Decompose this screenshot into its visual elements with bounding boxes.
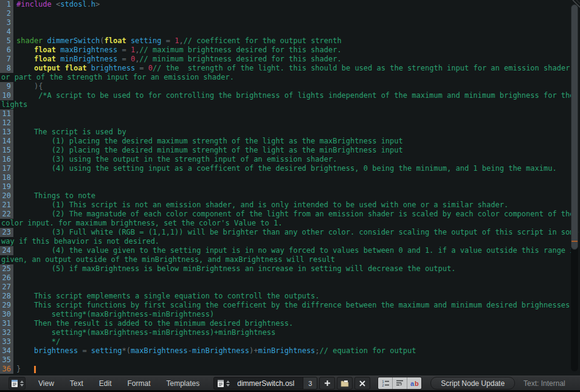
code-line[interactable]: 6 float maxBrightness = 1,// maximum bri…	[0, 46, 580, 55]
unlink-text-button[interactable]	[354, 377, 370, 390]
code-text	[13, 119, 16, 128]
code-line[interactable]: 33 */	[0, 337, 580, 346]
code-text: float maxBrightness = 1,// maximum brigh…	[13, 46, 342, 55]
text-editor-header: View Text Edit Format Templates dimmerSw…	[0, 376, 580, 390]
code-text: (2) placing the desired minimum strenght…	[13, 146, 403, 155]
code-rows: 1#include <stdosl.h>2345shader dimmerSwi…	[0, 0, 580, 374]
code-text	[13, 273, 16, 283]
line-number: 36	[0, 365, 13, 374]
line-number: 27	[0, 283, 13, 292]
users-count-button[interactable]: 3	[303, 377, 317, 389]
line-number: 30	[0, 310, 13, 319]
word-wrap-toggle[interactable]	[393, 377, 407, 389]
menu-text[interactable]: Text	[62, 379, 91, 388]
line-number: 5	[0, 36, 13, 46]
code-text: #include <stdosl.h>	[13, 0, 100, 9]
code-line[interactable]: 26	[0, 273, 580, 283]
code-line[interactable]: 22 (2) The magnatude of each color compo…	[0, 210, 580, 219]
code-line[interactable]: 1#include <stdosl.h>	[0, 0, 580, 9]
text-datablock-selector: dimmerSwitch.osl 3	[213, 377, 317, 390]
code-text: */	[13, 337, 60, 346]
code-line[interactable]: 3	[0, 18, 580, 27]
line-numbers-toggle[interactable]: 1 2	[378, 377, 393, 389]
line-number: 4	[0, 27, 13, 36]
text-name-field[interactable]: dimmerSwitch.osl	[231, 379, 303, 388]
code-line[interactable]: 28 This script emplements a single equat…	[0, 292, 580, 301]
code-text	[13, 9, 16, 18]
code-line[interactable]: 14 (1) placing the desired maximum stren…	[0, 137, 580, 146]
datablock-browse-button[interactable]	[215, 377, 231, 389]
chevron-up-down-icon	[20, 380, 24, 387]
code-text: float minBrightness = 0,// minimum brigh…	[13, 55, 342, 64]
code-line[interactable]: 10 /*A script to be used to for controll…	[0, 91, 580, 100]
code-text: (3) Full white (RGB = (1,1,1)) will be b…	[13, 228, 579, 237]
code-line[interactable]: 18	[0, 173, 580, 182]
code-line[interactable]: given, an output outside of the minBrigh…	[0, 255, 580, 264]
line-number: 10	[0, 91, 13, 100]
code-text: lights	[0, 100, 27, 109]
code-line[interactable]: color input. for maximum brightness, set…	[0, 219, 580, 228]
new-text-button[interactable]	[319, 377, 335, 390]
code-line[interactable]: 17 (4) using the setting input as a coef…	[0, 164, 580, 173]
code-text: (4) the value given to the setting input…	[13, 246, 579, 255]
code-line[interactable]: 30 setting*(maxBrightness-minBrightness)	[0, 310, 580, 319]
menu-view[interactable]: View	[30, 379, 62, 388]
code-line[interactable]: 32 setting*(maxBrightness-minBrightness)…	[0, 328, 580, 337]
svg-text:2: 2	[382, 383, 384, 387]
open-text-button[interactable]	[337, 377, 353, 390]
code-line[interactable]: 20 Things to note	[0, 191, 580, 201]
code-line[interactable]: 19	[0, 182, 580, 191]
script-node-update-button[interactable]: Script Node Update	[430, 377, 515, 390]
code-line[interactable]: 36}	[0, 365, 580, 374]
code-line[interactable]: 5shader dimmerSwitch(float setting = 1,/…	[0, 36, 580, 46]
code-line[interactable]: 21 (1) This script is not an emission sh…	[0, 201, 580, 210]
editor-scrollbar[interactable]	[571, 4, 578, 371]
line-number: 29	[0, 301, 13, 310]
scrollbar-thumb[interactable]	[571, 4, 578, 250]
code-text: shader dimmerSwitch(float setting = 1,//…	[13, 36, 342, 46]
code-line[interactable]: 25 (5) if maxBrightness is below minBrig…	[0, 264, 580, 273]
code-text: brightness = setting*(maxBrightness-minB…	[13, 346, 416, 356]
line-number: 15	[0, 146, 13, 155]
code-line[interactable]: 29 This script functions by first scalin…	[0, 301, 580, 310]
code-line[interactable]: 15 (2) placing the desired minimum stren…	[0, 146, 580, 155]
text-editor-area[interactable]: 1#include <stdosl.h>2345shader dimmerSwi…	[0, 0, 580, 376]
code-line[interactable]: 2	[0, 9, 580, 18]
code-line[interactable]: 16 (3) using the output in the strength …	[0, 155, 580, 164]
code-line[interactable]: 4	[0, 27, 580, 36]
code-line[interactable]: way if this behavior is not desired.	[0, 237, 580, 246]
code-line[interactable]: 9 ){	[0, 82, 580, 91]
code-line[interactable]: 12	[0, 119, 580, 128]
line-number: 25	[0, 264, 13, 273]
code-line[interactable]: 13 The script is used by	[0, 128, 580, 137]
menu-format[interactable]: Format	[120, 379, 159, 388]
datablock-browse-icon	[216, 379, 225, 388]
menu-templates[interactable]: Templates	[159, 379, 208, 388]
syntax-highlight-icon: a b	[410, 379, 419, 387]
code-line[interactable]: 8 output float brightness = 0// the stre…	[0, 64, 580, 73]
code-line[interactable]: 27	[0, 283, 580, 292]
code-text	[13, 27, 16, 36]
code-line[interactable]: 7 float minBrightness = 0,// minimum bri…	[0, 55, 580, 64]
line-number: 31	[0, 319, 13, 328]
code-line[interactable]: lights	[0, 100, 580, 109]
scrollbar-cursor-marker	[571, 241, 578, 242]
code-text: setting*(maxBrightness-minBrightness)	[13, 310, 214, 319]
code-text: Then the result is added to the minimum …	[13, 319, 293, 328]
editor-type-selector[interactable]	[9, 377, 26, 390]
line-number: 13	[0, 128, 13, 137]
line-number: 17	[0, 164, 13, 173]
code-text: (3) using the output in the strength inp…	[13, 155, 337, 164]
code-line[interactable]: or part of the strength input for an emi…	[0, 73, 580, 82]
menu-edit[interactable]: Edit	[91, 379, 120, 388]
syntax-highlight-toggle[interactable]: a b	[407, 377, 421, 389]
code-text: (1) This script is not an emission shade…	[13, 201, 508, 210]
code-line[interactable]: 35	[0, 356, 580, 365]
code-line[interactable]: 34 brightness = setting*(maxBrightness-m…	[0, 346, 580, 356]
line-number: 22	[0, 210, 13, 219]
code-line[interactable]: 23 (3) Full white (RGB = (1,1,1)) will b…	[0, 228, 580, 237]
code-line[interactable]: 11	[0, 109, 580, 119]
code-line[interactable]: 24 (4) the value given to the setting in…	[0, 246, 580, 255]
code-line[interactable]: 31 Then the result is added to the minim…	[0, 319, 580, 328]
code-text: (1) placing the desired maximum strength…	[13, 137, 403, 146]
